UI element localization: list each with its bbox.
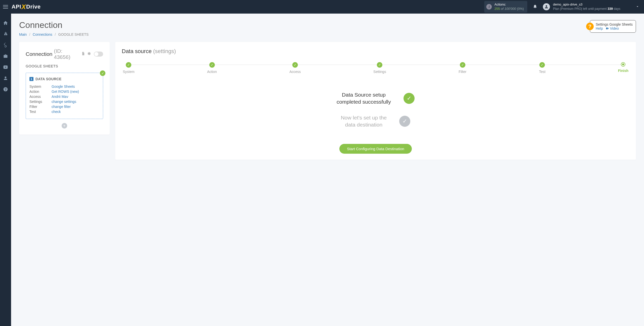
- breadcrumb-current: GOOGLE SHEETS: [58, 32, 89, 36]
- add-button[interactable]: +: [62, 123, 67, 129]
- step-finish[interactable]: Finish: [618, 62, 628, 74]
- topbar: APIXDrive i Actions: 255 of 100'000 (0%)…: [0, 0, 644, 14]
- step-access[interactable]: ✓Access: [289, 62, 301, 74]
- step-label: Access: [289, 70, 301, 74]
- finish-msg-1: Data Source setupcompleted successfully: [337, 91, 391, 106]
- ds-row: Filterchange filter: [29, 105, 99, 109]
- actions-pct: (0%): [517, 7, 524, 11]
- ds-row-key: Settings: [29, 100, 52, 104]
- step-filter[interactable]: ✓Filter: [459, 62, 466, 74]
- big-check-grey-icon: ✓: [399, 116, 410, 127]
- finish-msg-2: Now let's set up thedata destination: [341, 114, 387, 129]
- file-icon[interactable]: [81, 52, 85, 57]
- step-check-icon: ✓: [292, 62, 298, 68]
- ds-row-key: Access: [29, 95, 52, 99]
- connection-card: Connection (ID: 43656) GOOGLE SHEETS ✓ 1: [19, 42, 110, 135]
- logo-post: Drive: [26, 4, 41, 10]
- dollar-icon[interactable]: [3, 42, 8, 48]
- page-title: Connection: [19, 20, 89, 30]
- gear-icon[interactable]: [87, 52, 91, 57]
- bell-icon[interactable]: [533, 4, 537, 10]
- menu-toggle[interactable]: [3, 4, 8, 10]
- avatar-icon: [543, 3, 550, 10]
- actions-total: 100'000: [504, 7, 516, 11]
- home-icon[interactable]: [3, 20, 8, 26]
- big-check-green-icon: ✓: [404, 93, 415, 104]
- breadcrumb-main[interactable]: Main: [19, 32, 27, 36]
- ds-row: AccessAndrii Mav: [29, 95, 99, 99]
- actions-counter[interactable]: i Actions: 255 of 100'000 (0%): [484, 1, 527, 13]
- actions-label: Actions:: [494, 3, 524, 7]
- connection-id: (ID: 43656): [54, 48, 80, 60]
- user-icon[interactable]: [3, 75, 8, 81]
- breadcrumb-connections[interactable]: Connections: [33, 32, 52, 36]
- connection-toggle[interactable]: [94, 52, 103, 57]
- ds-row-link[interactable]: change filter: [52, 105, 71, 109]
- plan-line: Plan |Premium PRO| left until payment 33…: [553, 7, 620, 11]
- user-menu[interactable]: demo_apix-drive_s3 Plan |Premium PRO| le…: [543, 3, 620, 11]
- step-check-icon: ✓: [126, 62, 131, 68]
- question-icon[interactable]: ?: [586, 23, 594, 30]
- data-source-settings-card: Data source (settings) ✓System✓Action✓Ac…: [115, 42, 636, 160]
- step-system[interactable]: ✓System: [123, 62, 135, 74]
- connection-label: Connection: [26, 51, 52, 57]
- step-label: Settings: [373, 70, 386, 74]
- ds-row-link[interactable]: Google Sheets: [52, 85, 75, 89]
- ds-row: Settingschange settings: [29, 100, 99, 104]
- right-title-suffix: (settings): [153, 48, 176, 54]
- step-check-icon: ✓: [377, 62, 382, 68]
- step-label: Filter: [459, 70, 466, 74]
- ds-row-key: System: [29, 85, 52, 89]
- step-label: System: [123, 70, 135, 74]
- ds-row-link[interactable]: check: [52, 110, 61, 114]
- ds-row-link[interactable]: Get ROWS (new): [52, 90, 79, 94]
- sidebar: [0, 14, 11, 326]
- logo-x: X: [21, 3, 26, 11]
- actions-of: of: [501, 7, 504, 11]
- logo-pre: API: [12, 4, 21, 10]
- connection-subtitle: GOOGLE SHEETS: [26, 64, 103, 68]
- step-label: Action: [207, 70, 217, 74]
- ds-row-key: Test: [29, 110, 52, 114]
- step-action[interactable]: ✓Action: [207, 62, 217, 74]
- ds-row: Testcheck: [29, 110, 99, 114]
- help-icon[interactable]: [3, 87, 8, 92]
- info-icon: i: [486, 4, 492, 10]
- step-check-icon: ✓: [460, 62, 465, 68]
- step-label: Finish: [618, 69, 628, 73]
- step-check-icon: ✓: [209, 62, 215, 68]
- help-widget: ? Settings Google Sheets Help Video: [590, 20, 636, 33]
- start-configuring-button[interactable]: Start Configuring Data Destination: [339, 144, 412, 154]
- username: demo_apix-drive_s3: [553, 3, 620, 7]
- ds-row-link[interactable]: change settings: [52, 100, 76, 104]
- data-source-box[interactable]: ✓ 1 DATA SOURCE SystemGoogle SheetsActio…: [26, 73, 103, 119]
- stepper: ✓System✓Action✓Access✓Settings✓Filter✓Te…: [122, 62, 629, 74]
- ds-row-key: Filter: [29, 105, 52, 109]
- video-icon: [606, 26, 610, 30]
- chevron-down-icon[interactable]: [620, 5, 639, 9]
- video-link[interactable]: Video: [610, 26, 619, 30]
- right-title: Data source: [122, 48, 153, 54]
- ds-row: ActionGet ROWS (new): [29, 90, 99, 94]
- actions-used: 255: [494, 7, 500, 11]
- step-settings[interactable]: ✓Settings: [373, 62, 386, 74]
- help-title: Settings Google Sheets: [596, 22, 633, 26]
- sitemap-icon[interactable]: [3, 31, 8, 37]
- check-icon: ✓: [100, 70, 105, 76]
- step-label: Test: [539, 70, 546, 74]
- breadcrumb: Main / Connections / GOOGLE SHEETS: [19, 32, 89, 36]
- ds-row-key: Action: [29, 90, 52, 94]
- step-test[interactable]: ✓Test: [539, 62, 546, 74]
- ds-row: SystemGoogle Sheets: [29, 85, 99, 89]
- logo[interactable]: APIXDrive: [12, 3, 41, 11]
- briefcase-icon[interactable]: [3, 53, 8, 59]
- help-link[interactable]: Help: [596, 26, 603, 30]
- step-check-icon: ✓: [539, 62, 545, 68]
- ds-row-link[interactable]: Andrii Mav: [52, 95, 68, 99]
- ds-badge: 1: [29, 77, 33, 81]
- step-current-icon: [621, 62, 625, 67]
- youtube-icon[interactable]: [3, 64, 8, 70]
- ds-title: DATA SOURCE: [35, 77, 61, 81]
